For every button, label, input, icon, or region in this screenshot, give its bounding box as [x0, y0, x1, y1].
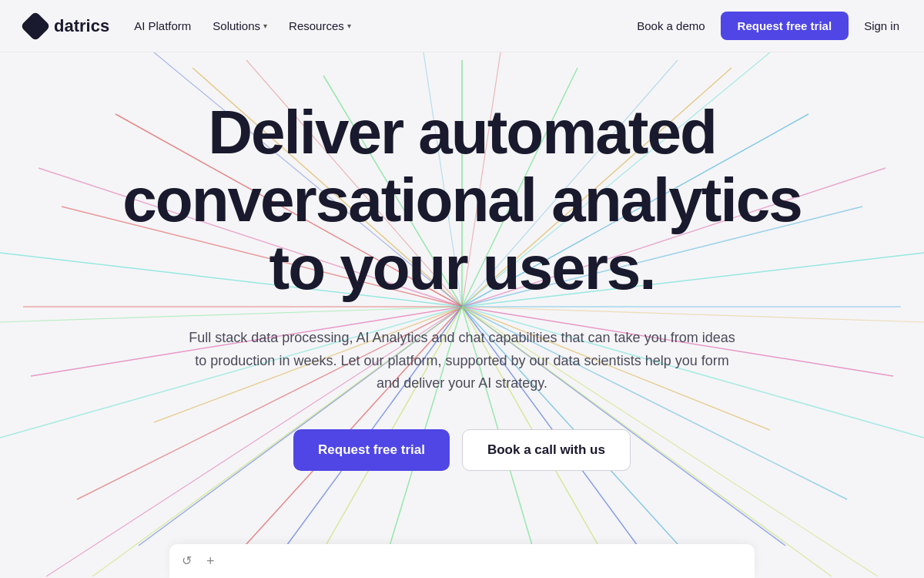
add-icon: + — [206, 553, 222, 569]
nav-link-ai-platform[interactable]: AI Platform — [134, 19, 191, 32]
hero-subtitle: Full stack data processing, AI Analytics… — [185, 327, 739, 395]
nav-link-solutions[interactable]: Solutions ▾ — [213, 19, 267, 32]
nav-link-resources[interactable]: Resources ▾ — [289, 19, 351, 32]
request-trial-nav-button[interactable]: Request free trial — [721, 12, 849, 40]
book-demo-button[interactable]: Book a demo — [637, 19, 705, 32]
bottom-bar: ↺ + — [169, 544, 755, 578]
sign-in-button[interactable]: Sign in — [864, 19, 899, 32]
nav-left: datrics AI Platform Solutions ▾ Resource… — [25, 15, 351, 37]
hero-section: Deliver automated conversational analyti… — [0, 52, 924, 578]
request-trial-hero-button[interactable]: Request free trial — [293, 429, 450, 471]
hero-buttons: Request free trial Book a call with us — [116, 429, 808, 471]
logo-text: datrics — [54, 16, 109, 36]
book-call-button[interactable]: Book a call with us — [462, 429, 631, 471]
chevron-down-icon: ▾ — [263, 22, 267, 30]
chevron-down-icon: ▾ — [347, 22, 351, 30]
navbar: datrics AI Platform Solutions ▾ Resource… — [0, 0, 924, 52]
nav-links: AI Platform Solutions ▾ Resources ▾ — [134, 19, 351, 32]
hero-content: Deliver automated conversational analyti… — [116, 99, 808, 471]
hero-title: Deliver automated conversational analyti… — [116, 99, 808, 302]
logo-icon — [20, 11, 51, 42]
history-icon: ↺ — [182, 553, 197, 569]
logo[interactable]: datrics — [25, 15, 109, 37]
nav-right: Book a demo Request free trial Sign in — [637, 12, 899, 40]
